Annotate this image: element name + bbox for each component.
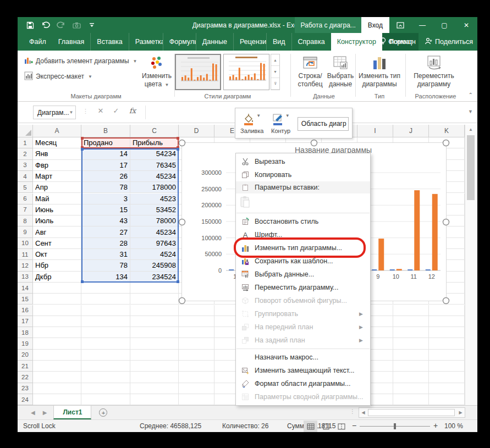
row-header-21[interactable]: 21 — [18, 361, 33, 372]
cell[interactable] — [81, 394, 130, 405]
chart-selection-handle[interactable] — [179, 140, 185, 146]
cell[interactable] — [179, 327, 214, 338]
cell[interactable]: Авг — [33, 226, 81, 237]
chart-selection-handle[interactable] — [443, 219, 449, 225]
cell[interactable]: Янв — [33, 148, 81, 159]
column-header-I[interactable]: I — [357, 125, 393, 137]
cell[interactable]: Продано — [81, 137, 130, 148]
select-data-button[interactable]: Выбрать данные — [326, 53, 355, 89]
minimize-button[interactable]: — — [411, 17, 433, 33]
chart-selection-handle[interactable] — [443, 298, 449, 304]
scroll-right-icon[interactable]: ▶ — [456, 408, 465, 417]
cell[interactable] — [429, 327, 465, 338]
cell[interactable] — [33, 316, 81, 327]
cell[interactable] — [179, 383, 214, 394]
cell[interactable] — [33, 350, 81, 361]
column-header-D[interactable]: D — [179, 125, 214, 137]
cell[interactable] — [81, 294, 130, 305]
cell[interactable]: 4523 — [130, 193, 179, 204]
collapse-ribbon-icon[interactable]: ⌃ — [469, 92, 473, 98]
chart-bar-Продано[interactable] — [390, 269, 395, 270]
cell[interactable]: Нбр — [33, 260, 81, 271]
menu-item-сохранить-как-шаблон-[interactable]: Сохранить как шаблон... — [236, 255, 370, 268]
cell[interactable]: 54234 — [130, 148, 179, 159]
formula-bar-splitter[interactable]: ⋮ — [82, 108, 89, 115]
add-chart-element-button[interactable]: Добавить элемент диаграммы ▼ — [22, 54, 139, 68]
cell[interactable] — [81, 283, 130, 294]
horizontal-scroll-thumb[interactable] — [368, 409, 455, 416]
row-header-9[interactable]: 9 — [18, 226, 33, 237]
row-header-2[interactable]: 2 — [18, 148, 33, 159]
menu-item-изменить-замещающий-текст-[interactable]: Изменить замещающий текст... — [236, 364, 370, 377]
cell[interactable] — [81, 350, 130, 361]
cell[interactable] — [130, 361, 179, 372]
tab-Формулы[interactable]: Формулы — [163, 33, 196, 51]
sheet-nav-left-icon[interactable]: ◀ — [31, 410, 35, 416]
outline-button[interactable]: ▼ Контур — [268, 113, 293, 134]
menu-item-назначить-макрос-[interactable]: Назначить макрос... — [236, 351, 370, 364]
dropdown-caret[interactable]: ▼ — [285, 113, 290, 118]
tab-Разметка[interactable]: Разметка — [129, 33, 163, 51]
normal-view-icon[interactable] — [304, 421, 317, 432]
row-header-24[interactable]: 24 — [18, 394, 33, 405]
cell[interactable] — [179, 394, 214, 405]
cell[interactable] — [81, 383, 130, 394]
tab-Вид[interactable]: Вид — [266, 33, 291, 51]
cell[interactable]: Окт — [33, 249, 81, 260]
cell[interactable]: 53452 — [130, 204, 179, 215]
cancel-icon[interactable]: ✕ — [95, 107, 107, 115]
cell[interactable] — [33, 383, 81, 394]
cell[interactable] — [130, 338, 179, 349]
vertical-scrollbar[interactable]: ▲ — [465, 125, 476, 405]
cell[interactable] — [393, 316, 429, 327]
name-box[interactable]: Диаграм... ▼ — [33, 106, 76, 119]
cell[interactable]: Дкбр — [33, 272, 81, 283]
maximize-button[interactable]: ▢ — [433, 17, 455, 33]
sheet-nav-right-icon[interactable]: ▶ — [43, 410, 47, 416]
tab-Рецензир[interactable]: Рецензир — [233, 33, 266, 51]
save-icon[interactable] — [25, 20, 35, 30]
row-header-19[interactable]: 19 — [18, 338, 33, 349]
move-chart-button[interactable]: Переместить диаграмму — [408, 53, 460, 89]
dropdown-caret[interactable]: ▼ — [256, 113, 261, 118]
undo-icon[interactable] — [41, 20, 51, 30]
row-header-23[interactable]: 23 — [18, 383, 33, 394]
row-header-15[interactable]: 15 — [18, 294, 33, 305]
gallery-more-icon[interactable]: ⊽ — [271, 78, 279, 90]
chevron-down-icon[interactable]: ▼ — [69, 110, 73, 115]
cell[interactable] — [33, 361, 81, 372]
vertical-scroll-thumb[interactable] — [467, 135, 475, 200]
cell[interactable] — [179, 305, 214, 316]
cell[interactable] — [393, 372, 429, 383]
cell[interactable]: 17 — [81, 160, 130, 171]
chart-element-select[interactable]: Область диагр ▼ — [298, 117, 349, 131]
change-colors-button[interactable]: Изменить цвета ▼ — [140, 53, 174, 89]
camera-icon[interactable] — [71, 20, 81, 30]
cell[interactable] — [393, 305, 429, 316]
cell[interactable] — [81, 327, 130, 338]
cell[interactable]: 78 — [81, 182, 130, 193]
cell[interactable]: 14 — [81, 148, 130, 159]
cell[interactable] — [179, 338, 214, 349]
cell[interactable] — [429, 350, 465, 361]
cell[interactable] — [179, 361, 214, 372]
horizontal-scrollbar[interactable]: ◀ ▶ — [359, 407, 465, 418]
menu-item-копировать[interactable]: Копировать — [236, 168, 370, 181]
row-header-6[interactable]: 6 — [18, 193, 33, 204]
tabbar-splitter[interactable]: ⋮ — [350, 408, 356, 414]
cell[interactable] — [33, 372, 81, 383]
cell[interactable] — [130, 394, 179, 405]
tell-me-button[interactable]: Помощн — [380, 37, 416, 47]
cell[interactable] — [429, 361, 465, 372]
cell[interactable] — [130, 316, 179, 327]
chart-bar-Продано[interactable] — [372, 269, 377, 270]
cell[interactable] — [179, 316, 214, 327]
close-button[interactable]: ✕ — [455, 17, 477, 33]
insert-function-icon[interactable]: fx — [126, 107, 139, 115]
row-header-3[interactable]: 3 — [18, 160, 33, 171]
cell[interactable]: 97643 — [130, 238, 179, 249]
row-column-button[interactable]: Строка/ столбец — [295, 53, 325, 89]
cell[interactable]: 43 — [81, 215, 130, 226]
chart-bar-Прибыль[interactable] — [432, 194, 438, 270]
cell[interactable]: Май — [33, 193, 81, 204]
